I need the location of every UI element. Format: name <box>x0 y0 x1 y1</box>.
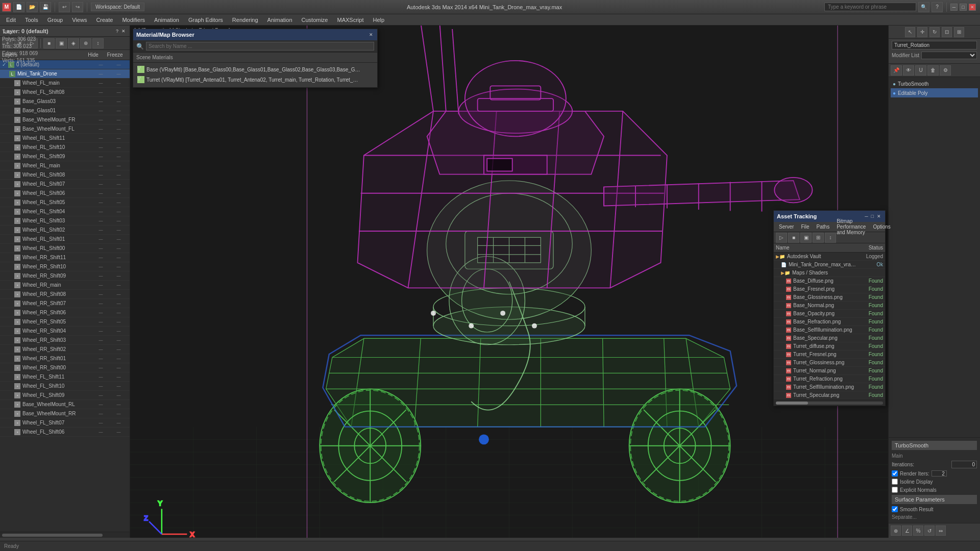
rp-icon-move[interactable]: ✛ <box>917 27 927 37</box>
layer-item[interactable]: ▪Wheel_RL_Shift06—— <box>0 189 130 198</box>
modifier-turboslider[interactable]: ● TurboSmooth <box>891 79 978 88</box>
layer-btn2[interactable]: ▣ <box>56 38 67 48</box>
layer-item[interactable]: ▪Wheel_FL_Shift11—— <box>0 372 130 382</box>
layer-item[interactable]: ▪Wheel_RL_Shift00—— <box>0 244 130 253</box>
redo-btn[interactable]: ↪ <box>72 2 83 12</box>
asset-close-btn[interactable]: ✕ <box>876 214 882 219</box>
layer-item[interactable]: ▪Wheel_RL_Shift02—— <box>0 226 130 235</box>
asset-btn4[interactable]: ⊞ <box>813 233 824 243</box>
material-item[interactable]: V Base (VRayMtl) [Base,Base_Glass00,Base… <box>135 65 375 74</box>
rp-mirror-btn[interactable]: ⇔ <box>936 525 946 536</box>
make-unique-btn[interactable]: U <box>915 65 926 76</box>
explicit-normals-check[interactable] <box>892 487 898 493</box>
menu-animation[interactable]: Animation <box>150 16 183 24</box>
smooth-result-check[interactable] <box>892 506 898 512</box>
menu-group[interactable]: Group <box>43 16 67 24</box>
search-btn[interactable]: 🔍 <box>918 2 929 12</box>
asset-item[interactable]: mBase_Fresnel.png Found <box>774 285 885 293</box>
asset-maxrestore-btn[interactable]: □ <box>870 214 875 219</box>
layer-item[interactable]: ▪Base_WheelMount_FR—— <box>0 115 130 124</box>
layer-btn4[interactable]: ⊕ <box>80 38 91 48</box>
material-panel-close[interactable]: ✕ <box>368 32 374 37</box>
layer-item[interactable]: ▪Wheel_RR_main—— <box>0 281 130 290</box>
layer-item[interactable]: ▪Wheel_RR_Shift05—— <box>0 317 130 327</box>
layer-item[interactable]: ▪Wheel_RR_Shift07—— <box>0 299 130 308</box>
show-result-btn[interactable]: 👁 <box>903 65 914 76</box>
search-input[interactable] <box>824 3 916 11</box>
menu-animation2[interactable]: Animation <box>263 16 297 24</box>
layer-item[interactable]: ▪Base_WheelMount_RL—— <box>0 400 130 409</box>
configure-btn[interactable]: ⚙ <box>940 65 951 76</box>
layer-item[interactable]: ▪Wheel_RR_Shift08—— <box>0 290 130 299</box>
rp-spin-btn[interactable]: ↺ <box>924 525 935 536</box>
layer-btn5[interactable]: ↕ <box>92 38 104 48</box>
layer-panel-help[interactable]: ? <box>115 29 119 34</box>
separate-label[interactable]: Separate... <box>892 514 977 520</box>
layer-item[interactable]: ▪Wheel_RR_Shift02—— <box>0 345 130 354</box>
layer-item[interactable]: ▪Wheel_RL_Shift03—— <box>0 216 130 226</box>
asset-item[interactable]: mTurret_Fresnel.png Found <box>774 350 885 359</box>
material-search-input[interactable] <box>146 42 374 51</box>
asset-item[interactable]: mTurret_Glossiness.png Found <box>774 359 885 367</box>
layer-item[interactable]: ▪Wheel_RL_Shift01—— <box>0 235 130 244</box>
layer-item[interactable]: ▪Wheel_RL_Shift07—— <box>0 180 130 189</box>
layer-item[interactable]: ▪Base_Glass01—— <box>0 106 130 115</box>
rp-percent-btn[interactable]: % <box>913 525 923 536</box>
menu-graph-editors[interactable]: Graph Editors <box>184 16 227 24</box>
layer-panel-close[interactable]: ✕ <box>120 29 127 34</box>
modifier-name-input[interactable] <box>892 41 977 49</box>
asset-item[interactable]: mBase_Refraction.png Found <box>774 318 885 326</box>
asset-item[interactable]: mBase_Opacity.png Found <box>774 310 885 318</box>
menu-maxscript[interactable]: MAXScript <box>333 16 368 24</box>
layer-item[interactable]: ▪Wheel_RR_Shift01—— <box>0 354 130 363</box>
asset-item[interactable]: 📄Mini_Tank_Drone_max_vray.max Ok <box>774 261 885 269</box>
asset-btn3[interactable]: ▣ <box>800 233 812 243</box>
render-iters-input[interactable] <box>932 470 947 477</box>
layer-item[interactable]: ▪Base_WheelMount_FL—— <box>0 124 130 134</box>
layer-scrollbar[interactable] <box>0 532 130 538</box>
rp-icon-select[interactable]: ↖ <box>905 27 915 37</box>
minimize-btn[interactable]: ─ <box>950 4 958 11</box>
menu-customize[interactable]: Customize <box>298 16 332 24</box>
isoline-check[interactable] <box>892 479 898 485</box>
modifier-editable-poly[interactable]: ● Editable Poly <box>891 88 978 97</box>
layer-item[interactable]: ▪Wheel_RR_Shift00—— <box>0 363 130 372</box>
asset-item[interactable]: mTurret_Specular.png Found <box>774 391 885 399</box>
workspace-dropdown[interactable]: Workspace: Default <box>91 3 144 11</box>
layer-scroll-thumb[interactable] <box>2 534 103 537</box>
layer-item[interactable]: ▪Wheel_RR_Shift10—— <box>0 262 130 271</box>
layer-item[interactable]: ▪Wheel_RL_Shift10—— <box>0 143 130 152</box>
maximize-btn[interactable]: □ <box>960 4 967 11</box>
menu-rendering[interactable]: Rendering <box>228 16 262 24</box>
asset-btn1[interactable]: ▷ <box>776 233 787 243</box>
layer-item[interactable]: ▪Wheel_RR_Shift03—— <box>0 336 130 345</box>
asset-btn5[interactable]: ↕ <box>825 233 836 243</box>
asset-menu-item[interactable]: Paths <box>814 223 833 230</box>
layer-item[interactable]: ▪Wheel_RL_Shift11—— <box>0 134 130 143</box>
menu-edit[interactable]: Edit <box>2 16 20 24</box>
layer-item[interactable]: ▪Wheel_FL_Shift09—— <box>0 391 130 400</box>
layer-item[interactable]: ▪Base_WheelMount_RR—— <box>0 409 130 418</box>
layer-item[interactable]: ▪Wheel_RL_Shift05—— <box>0 198 130 207</box>
asset-menu-item[interactable]: File <box>798 223 812 230</box>
asset-item[interactable]: mBase_SelfIllumination.png Found <box>774 326 885 334</box>
undo-btn[interactable]: ↩ <box>59 2 70 12</box>
layer-item[interactable]: ▪Wheel_FL_Shift07—— <box>0 418 130 428</box>
layer-item[interactable]: ▪Wheel_RR_Shift09—— <box>0 271 130 281</box>
menu-views[interactable]: Views <box>68 16 91 24</box>
render-iters-check[interactable] <box>892 470 898 477</box>
layer-btn3[interactable]: ◈ <box>68 38 79 48</box>
layer-item[interactable]: ▪Wheel_RL_Shift09—— <box>0 152 130 161</box>
surface-params-section[interactable]: Surface Parameters <box>892 495 977 504</box>
layer-item[interactable]: ▪Wheel_FL_Shift06—— <box>0 428 130 437</box>
menu-create[interactable]: Create <box>92 16 117 24</box>
asset-btn2[interactable]: ■ <box>788 233 799 243</box>
help-btn[interactable]: ? <box>932 2 943 12</box>
asset-item[interactable]: mBase_Glossiness.png Found <box>774 293 885 302</box>
remove-modifier-btn[interactable]: 🗑 <box>927 65 939 76</box>
layer-item[interactable]: LMini_Tank_Drone—— <box>0 69 130 79</box>
asset-item[interactable]: mTurret_diffuse.png Found <box>774 342 885 350</box>
rp-icon-align[interactable]: ⊞ <box>954 27 964 37</box>
asset-item[interactable]: mBase_Normal.png Found <box>774 302 885 310</box>
layer-item[interactable]: ▪Wheel_RR_Shift11—— <box>0 253 130 262</box>
